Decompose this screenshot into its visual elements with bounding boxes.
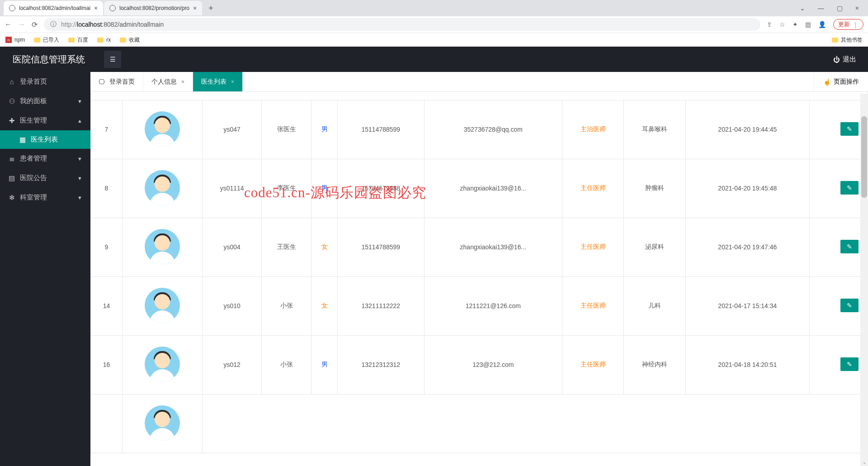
bookmark-rx[interactable]: rx	[97, 37, 111, 43]
tab-home[interactable]: 🖵 登录首页	[90, 72, 143, 91]
bookmark-baidu[interactable]: 百度	[68, 36, 88, 44]
cell-email: zhangxiaokai139@16...	[424, 218, 562, 276]
cell-name: 小张	[261, 276, 311, 335]
window-controls: ⌄ — ▢ ×	[800, 5, 868, 12]
extensions-icon[interactable]: ✦	[793, 21, 798, 28]
cell-dept: 肿瘤科	[624, 159, 685, 218]
cell-title: 主任医师	[562, 159, 624, 218]
sidebar-item-notice[interactable]: ▤ 医院公告 ▼	[0, 168, 90, 188]
cell-avatar	[123, 100, 203, 159]
close-icon[interactable]: ×	[181, 79, 184, 85]
table-row: 16ys012小张男13212312312123@212.com主任医师神经内科…	[91, 335, 868, 394]
avatar	[145, 405, 180, 441]
edit-button[interactable]: ✎	[840, 181, 859, 195]
cell-avatar	[123, 335, 203, 394]
edit-button[interactable]: ✎	[840, 357, 859, 371]
sidebar-item-department[interactable]: ✻ 科室管理 ▼	[0, 188, 90, 207]
edit-button[interactable]: ✎	[840, 299, 859, 312]
page-actions-button[interactable]: ☝ 页面操作	[814, 72, 868, 91]
cell-title: 主任医师	[562, 276, 624, 335]
menu-toggle-button[interactable]: ☰	[104, 51, 121, 68]
scrollbar-thumb[interactable]	[861, 116, 867, 198]
maximize-icon[interactable]: ▢	[837, 5, 843, 12]
close-icon[interactable]: ×	[193, 5, 197, 12]
sidebar-item-dashboard[interactable]: ⚇ 我的面板 ▼	[0, 91, 90, 111]
sidebar-sub-doctor-list[interactable]: ▦ 医生列表	[0, 130, 90, 149]
edit-button[interactable]: ✎	[840, 122, 859, 136]
update-button[interactable]: 更新⋮	[833, 19, 863, 30]
cell-dept: 泌尿科	[624, 218, 685, 276]
avatar	[145, 170, 180, 205]
sidebar-label: 我的面板	[20, 97, 47, 105]
chevron-down-icon[interactable]: ⌄	[800, 5, 805, 12]
site-info-icon[interactable]: ⓘ	[50, 20, 57, 29]
reload-button[interactable]: ⟳	[32, 20, 38, 29]
cell-actions: ✎	[810, 276, 868, 335]
table-row: 9ys004王医生女15114788599zhangxiaokai139@16.…	[91, 218, 868, 276]
sidebar-label: 医生列表	[31, 135, 58, 144]
forward-button[interactable]: →	[18, 20, 25, 29]
browser-tab-1[interactable]: localhost:8082/admin/toallmai ×	[4, 1, 103, 15]
table-row: 8ys01114李医生男15784579588zhangxiaokai139@1…	[91, 159, 868, 218]
cell-email: 352736728@qq.com	[424, 100, 562, 159]
cell-title: 主任医师	[562, 335, 624, 394]
back-button[interactable]: ←	[5, 20, 12, 29]
profile-icon[interactable]: 👤	[818, 21, 826, 28]
minimize-icon[interactable]: —	[818, 5, 824, 12]
close-icon[interactable]: ×	[231, 79, 234, 85]
bookmark-fav[interactable]: 收藏	[120, 36, 140, 44]
avatar	[145, 229, 180, 264]
table-row: 14ys010小张女132111122221211221@126.com主任医师…	[91, 276, 868, 335]
bookmark-bar: nnpm 已导入 百度 rx 收藏 其他书签	[0, 33, 868, 47]
cell-time: 2021-04-20 19:45:48	[685, 159, 809, 218]
chevron-up-icon: ▲	[77, 118, 82, 124]
edit-button[interactable]: ✎	[840, 240, 859, 253]
close-icon[interactable]: ×	[94, 5, 98, 12]
bookmark-star-icon[interactable]: ☆	[779, 21, 785, 28]
cell-time: 2021-04-17 15:14:34	[685, 276, 809, 335]
chevron-down-icon: ▼	[77, 156, 82, 162]
browser-tab-bar: localhost:8082/admin/toallmai × localhos…	[0, 0, 868, 16]
cell-dept: 神经内科	[624, 335, 685, 394]
chevron-down-icon: ▼	[77, 99, 82, 104]
cell-username: ys012	[203, 335, 262, 394]
cell-username: ys004	[203, 218, 262, 276]
tab-profile[interactable]: 个人信息 ×	[143, 72, 193, 91]
other-bookmarks[interactable]: 其他书签	[832, 36, 863, 44]
bookmark-npm[interactable]: nnpm	[5, 37, 25, 43]
address-bar[interactable]: ⓘ http://localhost:8082/admin/toallmain	[44, 18, 760, 31]
cell-dept: 耳鼻喉科	[624, 100, 685, 159]
close-window-icon[interactable]: ×	[855, 5, 859, 12]
cell-actions: ✎	[810, 100, 868, 159]
vertical-scrollbar[interactable]: ⌄	[860, 94, 868, 466]
cell-time: 2021-04-20 19:47:46	[685, 218, 809, 276]
tab-label: 登录首页	[109, 78, 135, 86]
tab-label: 医生列表	[201, 78, 226, 86]
logout-button[interactable]: ⏻ 退出	[821, 55, 868, 64]
sidebar-label: 科室管理	[20, 193, 47, 202]
cell-name: 李医生	[261, 159, 311, 218]
sidebar-item-patient[interactable]: ≣ 患者管理 ▼	[0, 149, 90, 168]
snowflake-icon: ✻	[8, 194, 15, 202]
npm-icon: n	[5, 37, 12, 43]
monitor-icon: 🖵	[99, 78, 105, 86]
hand-icon: ☝	[823, 78, 831, 86]
sidebar-item-home[interactable]: ⌂ 登录首页	[0, 72, 90, 91]
cell-time: 2021-04-18 14:20:51	[685, 335, 809, 394]
sidebar-item-doctor[interactable]: ✚ 医生管理 ▲	[0, 111, 90, 130]
tab-doctor-list[interactable]: 医生列表 ×	[193, 72, 243, 91]
cell-id: 7	[91, 100, 123, 159]
sidepanel-icon[interactable]: ▥	[805, 21, 811, 28]
bookmark-imported[interactable]: 已导入	[34, 36, 59, 44]
cell-avatar	[123, 276, 203, 335]
share-icon[interactable]: ⇪	[767, 21, 772, 28]
url-text: http://localhost:8082/admin/toallmain	[61, 21, 164, 28]
browser-tab-2[interactable]: localhost:8082/promotion/pro ×	[104, 1, 202, 15]
user-icon: ⚇	[8, 97, 15, 105]
cell-id: 14	[91, 276, 123, 335]
cell-gender: 女	[311, 276, 338, 335]
cell-dept: 儿科	[624, 276, 685, 335]
new-tab-button[interactable]: +	[203, 4, 219, 13]
address-bar-row: ← → ⟳ ⓘ http://localhost:8082/admin/toal…	[0, 16, 868, 33]
scroll-down-icon[interactable]: ⌄	[860, 458, 868, 466]
